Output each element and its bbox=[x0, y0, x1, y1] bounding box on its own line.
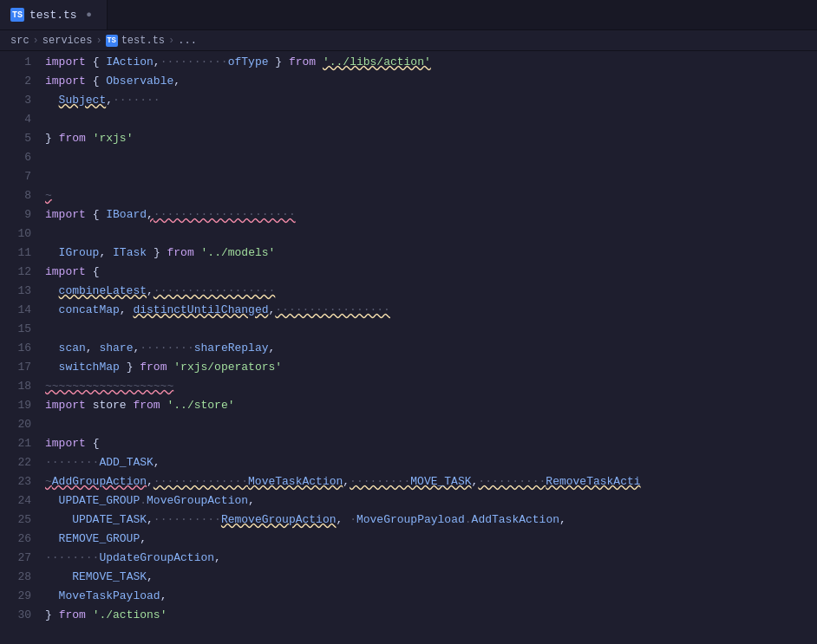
line-num-29: 29 bbox=[7, 587, 31, 606]
tab-test-ts[interactable]: TS test.ts ● bbox=[0, 0, 108, 29]
breadcrumb-sep1: › bbox=[33, 35, 39, 47]
line-num-2: 2 bbox=[7, 72, 31, 91]
line-num-11: 11 bbox=[7, 244, 31, 263]
code-area[interactable]: import { IAction,··········ofType } from… bbox=[38, 51, 817, 644]
line-num-15: 15 bbox=[7, 320, 31, 339]
code-line-6 bbox=[45, 148, 817, 167]
code-line-21: import { bbox=[45, 434, 817, 453]
ts-icon: TS bbox=[10, 8, 24, 22]
code-line-3: Subject,······· bbox=[45, 91, 817, 110]
code-line-10 bbox=[45, 224, 817, 244]
line-num-28: 28 bbox=[7, 568, 31, 587]
code-line-25: UPDATE_TASK,··········RemoveGroupAction,… bbox=[45, 511, 817, 530]
line-num-24: 24 bbox=[7, 491, 31, 511]
breadcrumb-sep3: › bbox=[168, 35, 174, 47]
line-num-19: 19 bbox=[7, 396, 31, 415]
tab-bar: TS test.ts ● bbox=[0, 0, 817, 30]
breadcrumb-sep2: › bbox=[95, 35, 101, 47]
code-line-5: } from 'rxjs' bbox=[45, 129, 817, 148]
line-num-6: 6 bbox=[7, 148, 31, 167]
code-line-17: switchMap } from 'rxjs/operators' bbox=[45, 358, 817, 377]
breadcrumb-ts-icon: TS bbox=[106, 35, 118, 47]
line-num-20: 20 bbox=[7, 415, 31, 434]
line-num-13: 13 bbox=[7, 282, 31, 301]
code-line-23: ~AddGroupAction,··············MoveTaskAc… bbox=[45, 472, 817, 491]
code-line-4 bbox=[45, 110, 817, 129]
line-num-3: 3 bbox=[7, 91, 31, 110]
code-line-7 bbox=[45, 167, 817, 186]
editor: 1 2 3 4 5 6 7 8 9 10 11 12 13 14 15 16 1… bbox=[0, 51, 817, 644]
line-num-12: 12 bbox=[7, 263, 31, 282]
line-num-16: 16 bbox=[7, 339, 31, 358]
code-line-29: MoveTaskPayload, bbox=[45, 587, 817, 606]
line-num-17: 17 bbox=[7, 358, 31, 377]
line-num-8: 8 bbox=[7, 186, 31, 205]
breadcrumb-file: test.ts bbox=[121, 35, 165, 47]
code-line-28: REMOVE_TASK, bbox=[45, 568, 817, 587]
code-line-18: ~~~~~~~~~~~~~~~~~~~ bbox=[45, 377, 817, 396]
line-num-7: 7 bbox=[7, 167, 31, 186]
line-num-9: 9 bbox=[7, 205, 31, 224]
breadcrumb-src: src bbox=[10, 35, 29, 47]
line-num-25: 25 bbox=[7, 511, 31, 530]
code-line-22: ········ADD_TASK, bbox=[45, 453, 817, 472]
code-line-1: import { IAction,··········ofType } from… bbox=[45, 53, 817, 72]
line-num-27: 27 bbox=[7, 549, 31, 568]
code-line-14: concatMap, distinctUntilChanged,········… bbox=[45, 301, 817, 320]
code-line-15 bbox=[45, 320, 817, 339]
line-num-30: 30 bbox=[7, 606, 31, 625]
code-line-16: scan, share,········shareReplay, bbox=[45, 339, 817, 358]
code-line-27: ········UpdateGroupAction, bbox=[45, 549, 817, 568]
line-num-26: 26 bbox=[7, 530, 31, 549]
code-line-30: } from './actions' bbox=[45, 606, 817, 625]
code-line-20 bbox=[45, 415, 817, 434]
line-num-1: 1 bbox=[7, 53, 31, 72]
code-line-19: import store from '../store' bbox=[45, 396, 817, 415]
code-line-24: UPDATE_GROUP.MoveGroupAction, bbox=[45, 491, 817, 511]
code-line-11: IGroup, ITask } from '../models' bbox=[45, 244, 817, 263]
tab-filename: test.ts bbox=[29, 9, 77, 22]
code-line-12: import { bbox=[45, 263, 817, 282]
line-num-5: 5 bbox=[7, 129, 31, 148]
tab-close-button[interactable]: ● bbox=[82, 8, 96, 22]
line-numbers: 1 2 3 4 5 6 7 8 9 10 11 12 13 14 15 16 1… bbox=[0, 51, 38, 644]
line-num-14: 14 bbox=[7, 301, 31, 320]
breadcrumb-services: services bbox=[42, 35, 93, 47]
breadcrumb: src › services › TS test.ts › ... bbox=[0, 30, 817, 51]
breadcrumb-ellipsis: ... bbox=[178, 35, 197, 47]
line-num-23: 23 bbox=[7, 472, 31, 491]
line-num-4: 4 bbox=[7, 110, 31, 129]
code-line-13: combineLatest,·················· bbox=[45, 282, 817, 301]
line-num-21: 21 bbox=[7, 434, 31, 453]
code-line-8: ~ bbox=[45, 186, 817, 205]
code-line-2: import { Observable, bbox=[45, 72, 817, 91]
line-num-22: 22 bbox=[7, 453, 31, 472]
line-num-10: 10 bbox=[7, 224, 31, 244]
line-num-18: 18 bbox=[7, 377, 31, 396]
code-line-26: REMOVE_GROUP, bbox=[45, 530, 817, 549]
code-line-9: import { IBoard,····················· bbox=[45, 205, 817, 224]
